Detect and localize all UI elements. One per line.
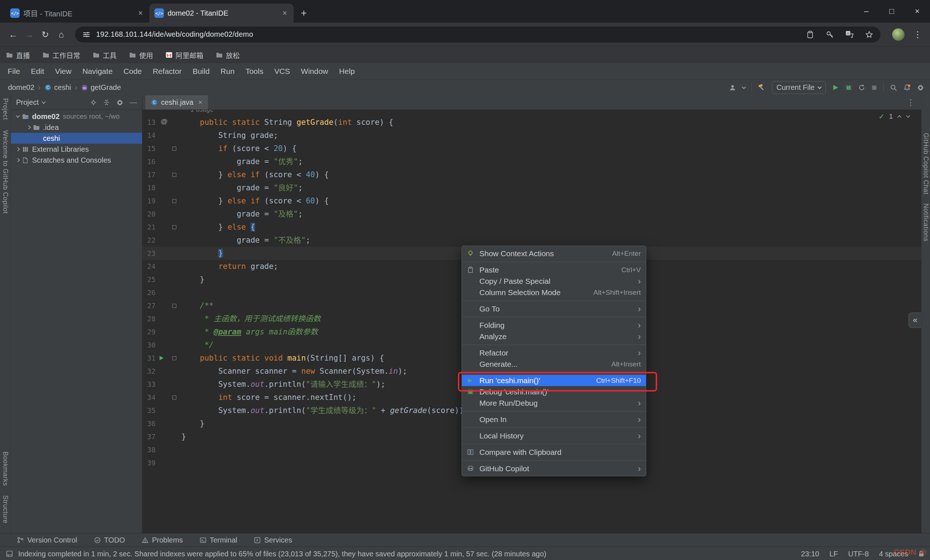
menubar-item-navigate[interactable]: Navigate (77, 67, 118, 76)
bookmark-item[interactable]: 使用 (129, 50, 153, 60)
hide-panel-icon[interactable]: — (130, 98, 137, 107)
minimize-button[interactable]: – (853, 0, 879, 23)
new-tab-button[interactable]: + (297, 6, 310, 20)
menubar-item-refactor[interactable]: Refactor (147, 67, 187, 76)
bookmark-item[interactable]: 阿里邮箱 (165, 50, 203, 60)
menubar-item-code[interactable]: Code (118, 67, 147, 76)
tool-window-button[interactable]: GitHub Copilot Chat (922, 133, 930, 195)
menu-item[interactable]: Go To› (462, 303, 646, 315)
editor-options-icon[interactable]: ⋮ (907, 98, 921, 107)
tool-window-button-services[interactable]: Services (254, 536, 292, 545)
menubar-item-edit[interactable]: Edit (26, 67, 49, 76)
line-ending-indicator[interactable]: LF (830, 550, 838, 558)
fold-marker-icon[interactable] (172, 173, 176, 177)
breadcrumb-item[interactable]: mgetGrade (81, 83, 121, 92)
bookmark-item[interactable]: 工具 (92, 50, 117, 60)
menubar-item-file[interactable]: File (2, 67, 26, 76)
debug-button[interactable] (845, 84, 852, 91)
bookmark-star-icon[interactable] (864, 30, 874, 39)
menu-item[interactable]: Copy / Paste Special› (462, 275, 646, 287)
menubar-item-tools[interactable]: Tools (240, 67, 269, 76)
password-key-icon[interactable] (825, 30, 835, 39)
back-button[interactable]: ← (5, 26, 21, 43)
menubar-item-help[interactable]: Help (334, 67, 360, 76)
forward-button[interactable]: → (21, 26, 37, 43)
run-gutter-icon[interactable] (159, 355, 164, 361)
tree-item[interactable]: ceshi (11, 133, 142, 144)
menu-item[interactable]: Compare with Clipboard (462, 446, 646, 458)
collapse-all-icon[interactable] (103, 99, 110, 106)
fold-marker-icon[interactable] (172, 304, 176, 308)
menu-item[interactable]: Local History› (462, 430, 646, 441)
tab-close-icon[interactable]: × (137, 8, 144, 18)
rerun-coverage-icon[interactable] (858, 84, 865, 91)
menu-item[interactable]: Refactor› (462, 347, 646, 358)
tool-window-button[interactable]: Notifications (922, 203, 930, 242)
tab-close-icon[interactable]: × (198, 98, 203, 107)
menu-item[interactable]: GitHub Copilot› (462, 463, 646, 474)
browser-tab[interactable]: </>项目 - TitanIDE× (5, 4, 149, 23)
tree-item[interactable]: .idea (11, 122, 142, 133)
search-everywhere-icon[interactable] (890, 84, 897, 91)
menu-item[interactable]: Show Context ActionsAlt+Enter (462, 248, 646, 259)
clipboard-icon[interactable] (805, 30, 815, 39)
profile-avatar[interactable] (892, 28, 904, 41)
menu-item[interactable]: Generate...Alt+Insert (462, 358, 646, 370)
menubar-item-view[interactable]: View (49, 67, 77, 76)
address-bar[interactable]: 192.168.101.144/ide/web/coding/dome02/de… (75, 26, 881, 43)
breadcrumb-item[interactable]: Cceshi (45, 83, 71, 92)
tree-item[interactable]: Scratches and Consoles (11, 155, 142, 166)
tool-window-button[interactable]: Bookmarks (2, 451, 9, 486)
run-configuration-select[interactable]: Current File (772, 81, 826, 94)
menu-item[interactable]: Folding› (462, 319, 646, 331)
next-problem-icon[interactable] (906, 116, 910, 117)
build-hammer-icon[interactable] (758, 84, 766, 91)
menubar-item-build[interactable]: Build (187, 67, 215, 76)
browser-tab[interactable]: </>dome02 - TitanIDE× (149, 4, 294, 23)
stop-button[interactable] (871, 85, 877, 91)
tool-window-button[interactable]: Welcome to GitHub Copilot (2, 130, 9, 213)
settings-gear-icon[interactable] (917, 84, 924, 91)
project-panel-title[interactable]: Project (16, 98, 38, 107)
menu-item[interactable]: Run 'ceshi.main()'Ctrl+Shift+F10 (462, 375, 646, 386)
run-button[interactable] (832, 84, 839, 91)
tool-window-button-todo[interactable]: TODO (94, 536, 125, 545)
fold-marker-icon[interactable] (172, 225, 176, 229)
menu-item[interactable]: Debug 'ceshi.main()' (462, 386, 646, 397)
fold-marker-icon[interactable] (172, 199, 176, 203)
tree-item[interactable]: External Libraries (11, 144, 142, 155)
encoding-indicator[interactable]: UTF-8 (848, 550, 869, 558)
breadcrumb-item[interactable]: dome02 (8, 83, 34, 92)
tool-window-button[interactable]: Project (2, 98, 9, 120)
maximize-button[interactable]: □ (879, 0, 904, 23)
bookmark-item[interactable]: 工作日常 (42, 50, 80, 60)
inspections-widget[interactable]: ✓ 1 (879, 112, 910, 121)
site-settings-icon[interactable] (82, 30, 91, 39)
prev-problem-icon[interactable] (897, 114, 902, 119)
tree-item[interactable]: dome02sources root, ~/wo (11, 111, 142, 122)
fold-marker-icon[interactable] (172, 147, 176, 150)
menu-item[interactable]: Open In› (462, 414, 646, 425)
menu-item[interactable]: Analyze› (462, 331, 646, 342)
home-button[interactable]: ⌂ (53, 26, 69, 43)
editor-tab-ceshi-java[interactable]: C ceshi.java × (145, 95, 208, 109)
translate-icon[interactable]: A (845, 30, 854, 39)
locate-file-icon[interactable] (90, 99, 97, 106)
panel-settings-icon[interactable] (116, 99, 123, 106)
tool-window-button[interactable]: Structure (2, 495, 9, 524)
bookmark-item[interactable]: 放松 (216, 50, 240, 60)
notifications-bell-icon[interactable] (904, 84, 911, 91)
tool-window-button-vcs[interactable]: Version Control (17, 536, 77, 545)
window-close-button[interactable]: × (904, 0, 930, 23)
menu-item[interactable]: More Run/Debug› (462, 397, 646, 409)
menubar-item-window[interactable]: Window (296, 67, 334, 76)
menubar-item-run[interactable]: Run (215, 67, 240, 76)
tool-window-button-problems[interactable]: Problems (142, 536, 183, 545)
hidden-toolwindow-expander[interactable]: « (908, 313, 921, 328)
browser-menu-icon[interactable]: ⋮ (910, 29, 925, 40)
reload-button[interactable]: ↻ (37, 26, 53, 43)
tool-window-button-terminal[interactable]: Terminal (200, 536, 237, 545)
bookmark-item[interactable]: 直播 (6, 50, 30, 60)
menubar-item-vcs[interactable]: VCS (269, 67, 296, 76)
menu-item[interactable]: PasteCtrl+V (462, 264, 646, 275)
